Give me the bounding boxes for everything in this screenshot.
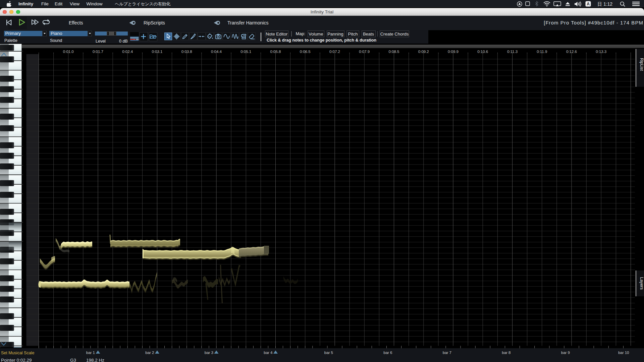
svg-text:bar 6: bar 6 [383, 351, 392, 355]
svg-text:G3: G3 [70, 358, 76, 362]
svg-text:bar 10: bar 10 [618, 351, 629, 355]
svg-text:A: A [587, 2, 590, 6]
svg-text:Layers: Layers [639, 277, 644, 290]
svg-text:RipList: RipList [639, 58, 644, 71]
svg-text:bar 5: bar 5 [324, 351, 333, 355]
svg-text:bar 4: bar 4 [264, 351, 273, 355]
svg-text:bar 8: bar 8 [502, 351, 511, 355]
svg-text:bar 3: bar 3 [205, 351, 213, 355]
svg-text:bar 9: bar 9 [561, 351, 570, 355]
svg-text:bar 7: bar 7 [443, 351, 451, 355]
svg-text:bar 1: bar 1 [86, 351, 95, 355]
svg-text:bar 2: bar 2 [145, 351, 154, 355]
svg-text:Pointer 0:02.29: Pointer 0:02.29 [1, 358, 32, 362]
svg-text:198.2 Hz: 198.2 Hz [86, 358, 104, 362]
svg-text:Set Musical Scale: Set Musical Scale [1, 351, 34, 355]
